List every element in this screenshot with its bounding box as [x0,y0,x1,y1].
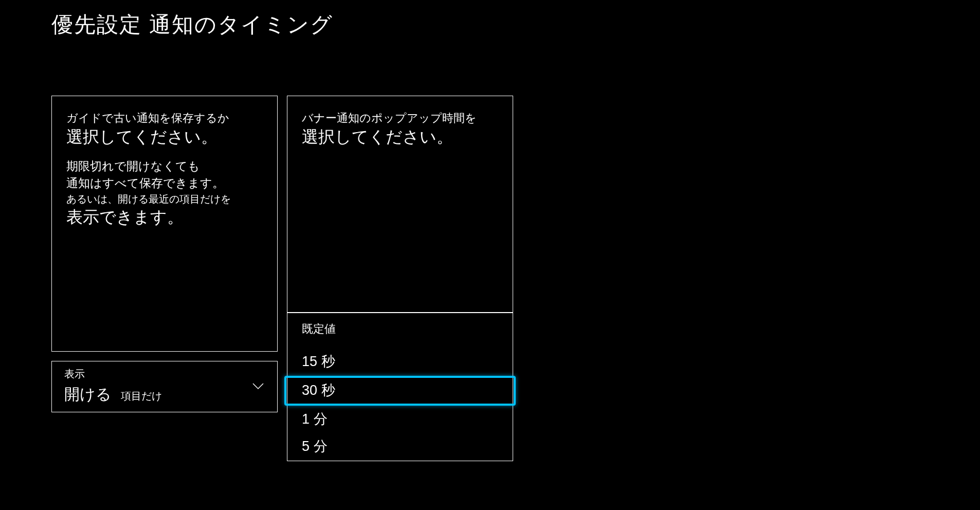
display-dropdown[interactable]: 表示 開ける 項目だけ [51,361,278,412]
panel-text: 選択してください。 [66,126,263,148]
panel-text: 表示できます。 [66,207,263,228]
page-title: 優先設定 通知のタイミング [51,10,929,39]
timing-option-15s[interactable]: 15 秒 [287,342,513,376]
panel-text: 通知はすべて保存できます。 [66,175,263,191]
dropdown-value-main: 開ける [64,384,112,405]
chevron-down-icon [251,379,265,393]
dropdown-label: 表示 [64,367,162,381]
left-column: ガイドで古い通知を保存するか 選択してください。 期限切れで開けなくても 通知は… [51,96,278,461]
panel-text: あるいは、開ける最近の項目だけを [66,191,263,207]
dropdown-header: 既定値 [287,313,513,342]
dropdown-text: 表示 開ける 項目だけ [64,367,162,405]
timing-dropdown-open: 既定値 15 秒 30 秒 1 分 5 分 [287,313,513,461]
timing-option-5m[interactable]: 5 分 [287,433,513,461]
panel-text: バナー通知のポップアップ時間を [302,111,498,126]
panel-text: ガイドで古い通知を保存するか [66,111,263,126]
save-notifications-panel: ガイドで古い通知を保存するか 選択してください。 期限切れで開けなくても 通知は… [51,96,278,352]
panel-text: 期限切れで開けなくても [66,158,263,174]
dropdown-value-sub: 項目だけ [121,389,162,403]
dropdown-value: 開ける 項目だけ [64,384,162,405]
popup-time-panel: バナー通知のポップアップ時間を 選択してください。 [287,96,513,313]
timing-option-1m[interactable]: 1 分 [287,406,513,433]
panel-text: 選択してください。 [302,126,498,148]
right-column: バナー通知のポップアップ時間を 選択してください。 既定値 15 秒 30 秒 … [287,96,513,461]
settings-columns: ガイドで古い通知を保存するか 選択してください。 期限切れで開けなくても 通知は… [51,96,929,461]
timing-option-30s[interactable]: 30 秒 [284,376,516,406]
